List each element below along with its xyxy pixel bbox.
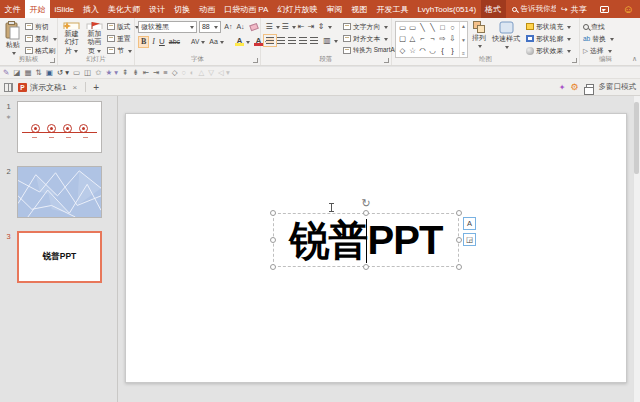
rotate-handle-icon[interactable]: ↻	[361, 198, 370, 209]
slide-2-thumbnail[interactable]	[17, 166, 102, 218]
resize-handle-nw[interactable]	[270, 210, 276, 216]
toolbar-icon[interactable]: ≡	[163, 67, 167, 79]
font-name-combo[interactable]: 微软雅黑	[138, 21, 197, 33]
resize-handle-sw[interactable]	[270, 264, 276, 270]
tell-me-search[interactable]: 告诉我你想要做什么	[506, 0, 556, 18]
columns-icon[interactable]: ▥	[322, 35, 332, 46]
arrange-button[interactable]: 排列	[470, 20, 488, 56]
shape-glyph-icon[interactable]: ○	[448, 23, 457, 33]
shapes-gallery-scrollbar[interactable]: ▲ ▼ ≡	[459, 22, 467, 57]
multi-window-label[interactable]: 多窗口模式	[599, 82, 637, 92]
new-tab-icon[interactable]: +	[90, 82, 102, 93]
close-tab-icon[interactable]: ×	[72, 83, 77, 92]
resize-handle-s[interactable]	[363, 264, 369, 270]
justify-button[interactable]	[299, 37, 307, 44]
font-size-combo[interactable]: 88	[199, 21, 221, 33]
layout-button[interactable]: 版式	[107, 21, 139, 32]
toolbar-icon[interactable]: ▣	[46, 67, 53, 79]
collapse-ribbon-icon[interactable]: ∧	[632, 55, 637, 63]
toolbar-icon[interactable]: ✎	[3, 67, 9, 79]
mini-font-button[interactable]: A	[463, 217, 476, 230]
shrink-font-button[interactable]: A↓	[235, 21, 245, 33]
find-button[interactable]: 查找	[583, 21, 614, 32]
shape-glyph-icon[interactable]: ╲	[428, 23, 437, 33]
new-animation-page-button[interactable]: 新加 动画页	[84, 20, 105, 56]
paragraph-dialog-launcher-icon[interactable]	[384, 58, 389, 63]
selected-text-box[interactable]: 锐普PPT ↻	[273, 213, 459, 267]
slide-1-thumbnail[interactable]	[17, 101, 102, 153]
grow-font-button[interactable]: A↑	[223, 21, 233, 33]
shape-glyph-icon[interactable]: △	[408, 34, 417, 44]
share-button[interactable]: ↪ 共享	[556, 0, 592, 18]
toolbar-icon[interactable]: ▭	[73, 67, 80, 79]
shape-glyph-icon[interactable]: ⇨	[438, 34, 447, 44]
comments-icon[interactable]	[600, 6, 609, 13]
line-spacing-icon[interactable]: ⇕	[316, 21, 326, 32]
highlight-color-button[interactable]: A	[234, 36, 251, 48]
tab-list-icon[interactable]	[4, 83, 13, 92]
toolbar-icon[interactable]: ◪	[13, 67, 20, 79]
shape-glyph-icon[interactable]: □	[438, 23, 447, 33]
vertical-scrollbar[interactable]	[633, 96, 640, 402]
ribbon-tab[interactable]: 口袋动画 PA	[220, 0, 273, 18]
character-spacing-button[interactable]: AV	[190, 36, 206, 48]
toolbar-icon[interactable]: ★ ▾	[106, 67, 119, 79]
ribbon-tab[interactable]: iSlide	[50, 0, 79, 18]
shape-glyph-icon[interactable]: ⇩	[448, 34, 457, 44]
ribbon-tab[interactable]: 开发工具	[372, 0, 413, 18]
mini-expand-button[interactable]: ◲	[463, 233, 476, 246]
new-slide-button[interactable]: 新建 幻灯片	[61, 20, 82, 56]
toolbar-icon[interactable]: ○	[181, 67, 186, 79]
toolbar-icon[interactable]: ◫	[84, 67, 91, 79]
cut-button[interactable]: 剪切	[25, 21, 57, 32]
toolbar-icon[interactable]: ◐	[190, 67, 195, 79]
ribbon-tab[interactable]: 审阅	[322, 0, 347, 18]
bullets-icon[interactable]: ☰	[264, 21, 274, 32]
ribbon-tab[interactable]: 幻灯片放映	[273, 0, 322, 18]
document-tab-title[interactable]: 演示文稿1	[30, 82, 66, 93]
increase-indent-icon[interactable]: ⇥	[306, 21, 316, 32]
clear-formatting-icon[interactable]	[249, 22, 259, 31]
ribbon-tab[interactable]: 美化大师	[104, 0, 145, 18]
toolbar-icon[interactable]: △	[199, 67, 205, 79]
paste-button[interactable]: 粘贴	[3, 20, 23, 56]
shape-outline-button[interactable]: 形状轮廓	[526, 33, 571, 44]
strikethrough-button[interactable]: abc	[168, 36, 181, 48]
shape-glyph-icon[interactable]: ▭	[398, 23, 407, 33]
shape-glyph-icon[interactable]: ⌐	[418, 34, 427, 44]
resize-handle-ne[interactable]	[456, 210, 462, 216]
ribbon-tab[interactable]: 视图	[347, 0, 372, 18]
settings-gear-icon[interactable]: ⚙	[570, 82, 578, 92]
shape-glyph-icon[interactable]: ▢	[398, 34, 407, 44]
scroll-up-icon[interactable]: ▲	[461, 23, 466, 29]
copy-button[interactable]: 复制	[25, 33, 57, 44]
change-case-button[interactable]: Aa	[208, 36, 225, 48]
decrease-indent-icon[interactable]: ⇤	[296, 21, 306, 32]
toolbar-icon[interactable]: ◇	[172, 67, 178, 79]
replace-button[interactable]: ab替换	[583, 33, 614, 44]
toolbar-icon[interactable]: ⇥	[153, 67, 159, 79]
ribbon-tab[interactable]: 开始	[25, 0, 50, 18]
resize-handle-w[interactable]	[270, 237, 276, 243]
toolbar-icon[interactable]: ⇤	[143, 67, 149, 79]
clipboard-dialog-launcher-icon[interactable]	[50, 58, 55, 63]
shapes-gallery[interactable]: ▭▭╲╲□○ ▢△⌐¬⇨⇩ ◇☆◠◡{} ▲ ▼ ≡	[395, 21, 468, 58]
ribbon-tab[interactable]: 插入	[79, 0, 104, 18]
italic-button[interactable]: I	[151, 36, 156, 48]
toolbar-icon[interactable]: ✩	[95, 67, 101, 79]
resize-handle-se[interactable]	[456, 264, 462, 270]
resize-handle-e[interactable]	[456, 237, 462, 243]
slide-3-thumbnail[interactable]: 锐普PPT	[17, 231, 102, 283]
slide-editing-surface[interactable]: 锐普PPT ↻ A ◲	[125, 113, 627, 383]
quick-styles-button[interactable]: 快速样式	[490, 20, 522, 56]
shape-glyph-icon[interactable]: ¬	[428, 34, 437, 44]
align-center-button[interactable]	[277, 37, 285, 44]
scrollbar-thumb[interactable]	[634, 102, 639, 174]
reset-button[interactable]: 重置	[107, 33, 139, 44]
shape-fill-button[interactable]: 形状填充	[526, 21, 571, 32]
toolbar-icon[interactable]: ▽	[208, 67, 214, 79]
drawing-dialog-launcher-icon[interactable]	[572, 58, 577, 63]
toolbar-icon[interactable]: ↺ ▾	[57, 67, 69, 79]
ribbon-tab[interactable]: 切换	[170, 0, 195, 18]
align-right-button[interactable]	[288, 37, 296, 44]
